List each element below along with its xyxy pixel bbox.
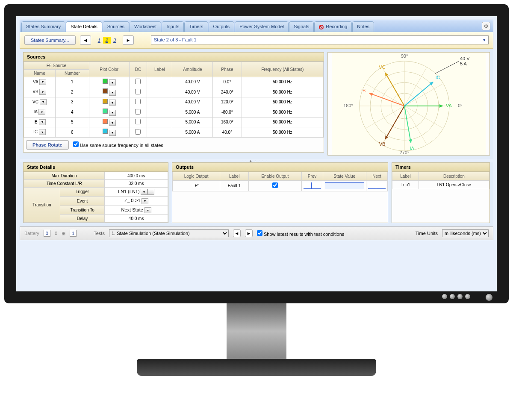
frequency-cell[interactable]: 50.000 Hz xyxy=(242,127,323,138)
settings-button[interactable]: ⚙ xyxy=(482,22,490,30)
prev-wave xyxy=(304,182,321,189)
dc-checkbox[interactable] xyxy=(129,87,147,97)
source-name[interactable]: VA ▾ xyxy=(24,77,56,87)
gear-icon: ⚙ xyxy=(484,23,488,29)
tab-power-system-model[interactable]: Power System Model xyxy=(235,21,289,32)
plot-color-select[interactable]: ▾ xyxy=(89,107,129,117)
tab-signals[interactable]: Signals xyxy=(289,21,314,32)
same-freq-checkbox[interactable]: Use same source frequency in all states xyxy=(73,141,163,148)
source-name[interactable]: IA ▾ xyxy=(24,107,56,117)
tab-outputs[interactable]: Outputs xyxy=(209,21,235,32)
dc-checkbox[interactable] xyxy=(129,127,147,138)
page-2[interactable]: 2 xyxy=(103,37,111,44)
dc-checkbox[interactable] xyxy=(129,117,147,127)
dc-checkbox[interactable] xyxy=(129,97,147,107)
svg-text:270°: 270° xyxy=(400,150,410,155)
dc-checkbox[interactable] xyxy=(129,77,147,87)
frequency-cell[interactable]: 50.000 Hz xyxy=(242,117,323,127)
svg-text:5 A: 5 A xyxy=(460,61,467,66)
frequency-cell[interactable]: 50.000 Hz xyxy=(242,107,323,117)
battery-field[interactable]: 0 xyxy=(44,230,50,237)
test-prev-button[interactable]: ◄ xyxy=(233,229,241,237)
page-1[interactable]: 1 xyxy=(95,37,103,44)
chevron-down-icon[interactable]: ▾ xyxy=(39,129,46,135)
time-units-select[interactable]: milliseconds (ms) xyxy=(442,229,489,237)
tab-inputs[interactable]: Inputs xyxy=(162,21,184,32)
tab-notes[interactable]: Notes xyxy=(352,21,374,32)
amplitude-cell[interactable]: 5.000 A xyxy=(172,127,213,138)
svg-text:IA: IA xyxy=(410,146,415,151)
event-select[interactable]: ✓_ 0->1 ▾ xyxy=(105,197,168,206)
grid-icon[interactable]: ⊞ xyxy=(62,231,65,236)
phase-cell[interactable]: 0.0° xyxy=(213,77,242,87)
test-next-button[interactable]: ► xyxy=(245,229,253,237)
chevron-down-icon[interactable]: ▾ xyxy=(38,109,45,115)
dc-checkbox[interactable] xyxy=(129,107,147,117)
svg-text:VC: VC xyxy=(379,65,385,70)
source-name[interactable]: VB ▾ xyxy=(24,87,56,97)
chevron-down-icon[interactable]: ▾ xyxy=(40,99,47,105)
breadcrumb-button[interactable]: States Summary... xyxy=(24,35,76,45)
chevron-down-icon[interactable]: ▾ xyxy=(39,89,46,95)
phase-rotate-button[interactable]: Phase Rotate xyxy=(26,140,69,150)
amplitude-cell[interactable]: 5.000 A xyxy=(172,107,213,117)
amplitude-cell[interactable]: 40.00 V xyxy=(172,77,213,87)
frequency-cell[interactable]: 50.000 Hz xyxy=(242,97,323,107)
transition-to-select[interactable]: Next State ▾ xyxy=(105,206,168,215)
tab-states-summary[interactable]: States Summary xyxy=(21,21,65,32)
source-row: IC ▾6 ▾5.000 A40.0°50.000 Hz xyxy=(24,127,324,138)
delay-value[interactable]: 40.0 ms xyxy=(105,215,168,223)
label-cell[interactable] xyxy=(147,97,172,107)
label-cell[interactable] xyxy=(147,127,172,138)
label-cell[interactable] xyxy=(147,77,172,87)
svg-text:90°: 90° xyxy=(401,53,408,59)
chevron-down-icon[interactable]: ▾ xyxy=(39,119,46,125)
phase-cell[interactable]: 240.0° xyxy=(213,87,242,97)
phase-cell[interactable]: 160.0° xyxy=(213,117,242,127)
phase-cell[interactable]: 120.0° xyxy=(213,97,242,107)
phase-cell[interactable]: 40.0° xyxy=(213,127,242,138)
next-page-button[interactable]: ► xyxy=(123,35,134,45)
outputs-panel: Outputs Logic OutputLabelEnable OutputPr… xyxy=(172,162,388,223)
plot-color-select[interactable]: ▾ xyxy=(89,87,129,97)
tab-worksheet[interactable]: Worksheet xyxy=(130,21,161,32)
page-3[interactable]: 3 xyxy=(111,37,118,44)
source-row: VA ▾1 ▾40.00 V0.0°50.000 Hz xyxy=(24,77,324,87)
phase-cell[interactable]: -80.0° xyxy=(213,107,242,117)
label-cell[interactable] xyxy=(147,107,172,117)
time-constant-value[interactable]: 32.0 ms xyxy=(105,179,168,187)
label-cell[interactable] xyxy=(147,87,172,97)
amplitude-cell[interactable]: 40.00 V xyxy=(172,87,213,97)
amplitude-cell[interactable]: 5.000 A xyxy=(172,117,213,127)
source-name[interactable]: VC ▾ xyxy=(24,97,56,107)
plot-color-select[interactable]: ▾ xyxy=(89,127,129,138)
output-row: LP1 Fault 1 xyxy=(173,180,388,191)
tab-sources[interactable]: Sources xyxy=(103,21,129,32)
splitter[interactable]: · · ▲ · · · · · xyxy=(20,159,493,162)
svg-text:180°: 180° xyxy=(343,103,353,108)
tab-timers[interactable]: Timers xyxy=(184,21,208,32)
prev-page-button[interactable]: ◄ xyxy=(80,35,91,45)
source-row: VB ▾2 ▾40.00 V240.0°50.000 Hz xyxy=(24,87,324,97)
label-cell[interactable] xyxy=(147,117,172,127)
tests-select[interactable]: 1. State Simulation (State Simulation) xyxy=(109,229,229,237)
trigger-select[interactable]: LN1 (LN1) ▾… xyxy=(105,187,168,197)
frequency-cell[interactable]: 50.000 Hz xyxy=(242,77,323,87)
frequency-cell[interactable]: 50.000 Hz xyxy=(242,87,323,97)
tab-state-details[interactable]: State Details xyxy=(66,21,102,32)
battery-field-2[interactable]: 1 xyxy=(70,230,77,237)
source-name[interactable]: IC ▾ xyxy=(24,127,56,138)
plot-color-select[interactable]: ▾ xyxy=(89,97,129,107)
state-selector[interactable]: State 2 of 3 - Fault 1 ▾ xyxy=(151,35,489,44)
max-duration-value[interactable]: 400.0 ms xyxy=(105,172,168,179)
chevron-down-icon[interactable]: ▾ xyxy=(39,79,46,85)
show-results-checkbox[interactable]: Show latest results with test conditions xyxy=(257,230,344,237)
plot-color-select[interactable]: ▾ xyxy=(89,77,129,87)
tab-recording[interactable]: Recording xyxy=(314,21,352,32)
state-wave xyxy=(325,182,364,189)
enable-output-checkbox[interactable] xyxy=(249,180,301,191)
state-toolbar: States Summary... ◄ 123 ► State 2 of 3 -… xyxy=(20,32,493,49)
source-name[interactable]: IB ▾ xyxy=(24,117,56,127)
amplitude-cell[interactable]: 40.00 V xyxy=(172,97,213,107)
plot-color-select[interactable]: ▾ xyxy=(89,117,129,127)
